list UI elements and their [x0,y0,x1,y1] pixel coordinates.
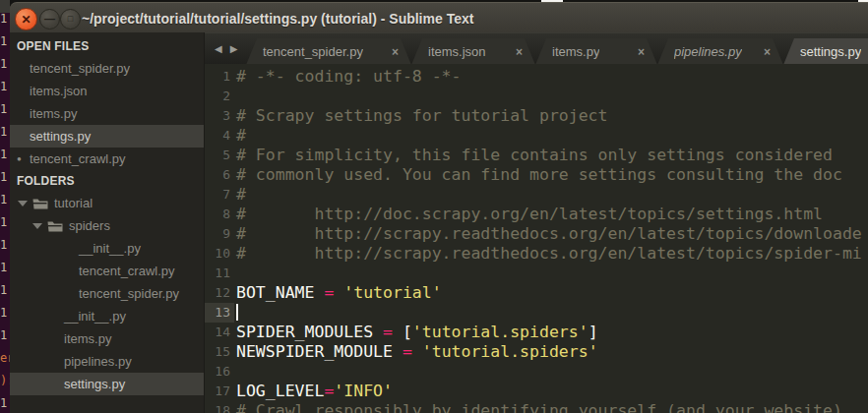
tab-close-icon[interactable]: × [516,45,523,59]
folder-tree-file[interactable]: pipelines.py [10,350,204,373]
code-token: # commonly used. You can find more setti… [236,165,842,184]
code-line[interactable]: 14SPIDER_MODULES = ['tutorial.spiders'] [205,323,868,342]
code-line[interactable]: 4# [205,126,868,146]
line-number: 4 [205,126,234,146]
open-files-heading: OPEN FILES [10,35,204,57]
code-token: # Scrapy settings for tutorial project [236,106,608,125]
code-token: = [324,382,334,400]
tab[interactable]: tencent_spider.py× [246,38,411,65]
tab[interactable]: items.json× [411,38,535,65]
open-file-label: items.py [30,106,77,121]
line-number: 6 [205,165,234,185]
prev-tab-arrow-icon[interactable]: ◀ [215,44,222,54]
disclosure-triangle-icon[interactable] [32,223,42,229]
editor-area: ◀ ▶ tencent_spider.py×items.json×items.p… [205,32,868,413]
open-file-item[interactable]: ●tencent_crawl.py [10,148,204,170]
code-line[interactable]: 17LOG_LEVEL='INFO' [205,382,868,401]
folder-tree-file[interactable]: __init__.py [10,305,204,327]
code-line[interactable]: 6# commonly used. You can find more sett… [205,165,868,185]
code-line[interactable]: 10# http://scrapy.readthedocs.org/en/lat… [205,244,868,264]
line-number: 5 [205,146,234,165]
code-line[interactable]: 11 [205,264,868,283]
tab-close-icon[interactable]: × [764,45,771,59]
code-text: SPIDER_MODULES = ['tutorial.spiders'] [236,323,598,342]
open-file-item[interactable]: settings.py [10,125,204,148]
background-text-fragment: 1 [0,193,10,206]
code-text: # http://doc.scrapy.org/en/latest/topics… [236,205,823,224]
background-text-fragment: 1 [0,283,10,297]
line-number: 7 [205,185,234,205]
tab-label: settings.py [800,44,861,59]
code-line[interactable]: 5# For simplicity, this file contains on… [205,146,868,165]
text-cursor [236,304,238,321]
tab-label: tencent_spider.py [263,44,363,59]
open-file-label: items.json [30,84,88,98]
open-file-label: tencent_crawl.py [30,151,126,166]
code-text: # Scrapy settings for tutorial project [236,106,608,126]
code-line[interactable]: 16 [205,362,868,382]
tab[interactable]: pipelines.py× [657,38,783,65]
tree-item-label: tutorial [54,196,93,210]
code-token: # [236,185,246,204]
minimize-button[interactable]: — [39,9,60,30]
code-token: 'tutorial' [343,283,441,302]
open-file-item[interactable]: items.py [10,102,204,125]
line-number: 8 [205,205,234,224]
code-line[interactable]: 8# http://doc.scrapy.org/en/latest/topic… [205,205,868,224]
next-tab-arrow-icon[interactable]: ▶ [230,44,238,54]
code-token: BOT_NAME [236,283,324,302]
open-file-item[interactable]: tencent_spider.py [10,57,204,80]
close-button[interactable]: ✕ [15,8,37,30]
folder-tree-file[interactable]: settings.py [10,373,204,395]
code-line[interactable]: 18# Crawl responsibly by identifying you… [205,401,868,413]
tab[interactable]: settings.py× [783,38,868,65]
folder-tree-file[interactable]: tencent_crawl.py [10,260,204,282]
code-token: [ [393,323,412,341]
folder-tree-folder[interactable]: tutorial [10,192,204,214]
line-number: 2 [205,87,234,106]
code-editor[interactable]: 1# -*- coding: utf-8 -*-23# Scrapy setti… [205,64,868,413]
title-bar[interactable]: ✕ — □ ~/project/tutorial/tutorial/settin… [10,2,868,32]
tab-close-icon[interactable]: × [392,45,399,59]
code-token: = [383,323,393,341]
code-line[interactable]: 3# Scrapy settings for tutorial project [205,106,868,126]
code-text: # Crawl responsibly by identifying yours… [236,401,842,413]
code-line[interactable]: 1# -*- coding: utf-8 -*- [205,67,868,87]
sublime-text-window: ✕ — □ ~/project/tutorial/tutorial/settin… [10,2,868,413]
code-line[interactable]: 7# [205,185,868,205]
code-token: NEWSPIDER_MODULE [236,342,403,361]
tab[interactable]: items.py× [535,38,657,65]
window-title: ~/project/tutorial/tutorial/settings.py … [82,3,473,33]
code-line[interactable]: 9# http://scrapy.readthedocs.org/en/late… [205,224,868,244]
code-text: # commonly used. You can find more setti… [236,165,842,185]
folder-tree-file[interactable]: tencent_spider.py [10,282,204,305]
code-text: # [236,185,246,205]
disclosure-triangle-icon[interactable] [18,201,28,206]
line-number: 13 [205,303,234,323]
code-token: = [324,283,334,302]
line-number: 1 [205,67,234,87]
code-line[interactable]: 13 [205,303,868,323]
folder-tree-file[interactable]: __init__.py [10,237,204,260]
tree-item-label: pipelines.py [64,354,132,369]
maximize-button[interactable]: □ [60,9,81,30]
code-line[interactable]: 2 [205,87,868,106]
background-text-fragment: 1 [0,34,10,48]
code-token: SPIDER_MODULES [236,323,383,341]
folder-tree-file[interactable]: items.py [10,327,204,350]
tab-close-icon[interactable]: × [638,45,645,59]
code-text: # http://scrapy.readthedocs.org/en/lates… [236,244,862,264]
folder-tree-folder[interactable]: spiders [10,214,204,237]
tree-item-label: __init__.py [79,241,141,256]
folder-tree: tutorialspiders__init__.pytencent_crawl.… [10,192,204,395]
folders-heading: FOLDERS [10,170,204,192]
code-line[interactable]: 12BOT_NAME = 'tutorial' [205,283,868,303]
open-file-item[interactable]: items.json [10,80,204,102]
open-file-label: settings.py [30,129,91,144]
background-text-fragment: 1 [0,170,10,184]
background-text-fragment: 1 [0,396,10,410]
code-line[interactable]: 15NEWSPIDER_MODULE = 'tutorial.spiders' [205,342,868,362]
line-number: 16 [205,362,234,382]
minimize-icon: — [44,14,55,25]
line-number: 15 [205,342,234,362]
